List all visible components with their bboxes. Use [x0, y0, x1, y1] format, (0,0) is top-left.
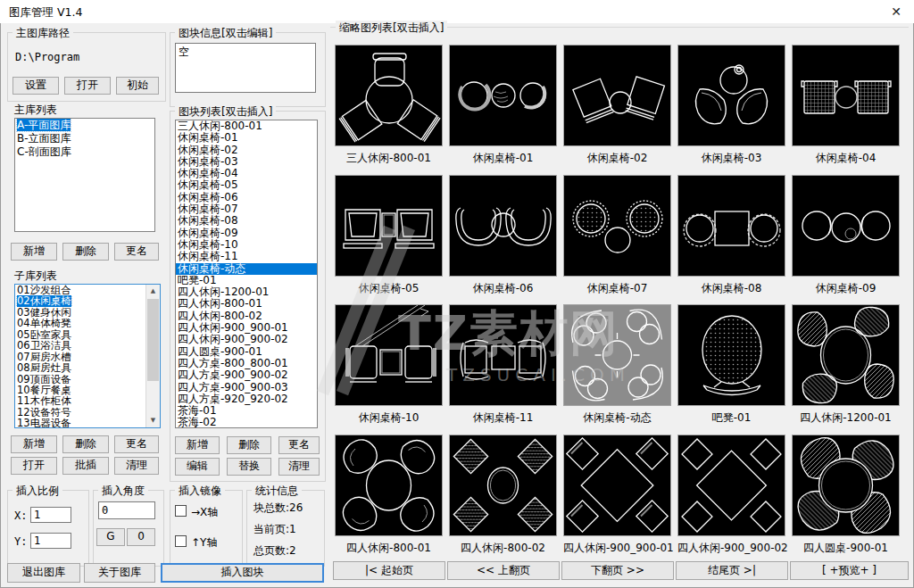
- thumbnail-cell[interactable]: 休闲桌椅-03: [677, 45, 785, 165]
- block-list-item[interactable]: 休闲桌椅-03: [176, 156, 317, 168]
- sub-clean-button[interactable]: 清理: [114, 457, 159, 475]
- insert-block-button[interactable]: 插入图块: [161, 563, 324, 583]
- scroll-up-icon[interactable]: ▲: [146, 285, 160, 298]
- block-list-item[interactable]: 四人休闲-900_900-02: [176, 334, 317, 345]
- sub-library-item[interactable]: 07厨房水槽: [15, 352, 146, 362]
- block-rename-button[interactable]: 更名: [278, 436, 320, 454]
- thumbnail-cell[interactable]: 休闲桌椅-06: [449, 175, 557, 295]
- block-list-item[interactable]: 四人圆桌-900-01: [176, 346, 317, 358]
- sub-library-item[interactable]: 03健身休闲: [15, 307, 146, 318]
- set-path-button[interactable]: 设置: [12, 77, 59, 95]
- next-page-button[interactable]: 下翻页 >>: [561, 561, 674, 580]
- sub-library-item[interactable]: 02休闲桌椅: [15, 295, 146, 306]
- sub-library-item[interactable]: 10餐厅餐桌: [15, 385, 146, 395]
- last-page-button[interactable]: 结尾页 >|: [676, 561, 788, 580]
- thumbnail-cell[interactable]: 四人休闲-800-02: [449, 435, 557, 555]
- block-list-item[interactable]: 四人休闲-1200-01: [176, 286, 317, 298]
- thumbnail-cell-selected[interactable]: 休闲桌椅-动态: [563, 304, 671, 425]
- thumbnail-cell[interactable]: 四人圆桌-900-01: [792, 435, 900, 555]
- angle-g-button[interactable]: G: [96, 528, 125, 546]
- sub-rename-button[interactable]: 更名: [114, 435, 159, 453]
- sub-library-item[interactable]: 13电器设备: [15, 418, 146, 428]
- block-list-item[interactable]: 四人休闲-800-01: [176, 298, 317, 310]
- block-list-item[interactable]: 休闲桌椅-01: [176, 132, 317, 144]
- block-clean-button[interactable]: 清理: [278, 458, 320, 476]
- block-list-item[interactable]: 休闲桌椅-06: [176, 192, 317, 203]
- thumbnail-cell[interactable]: 四人休闲-900_900-01: [563, 435, 671, 555]
- angle-input[interactable]: [98, 501, 155, 519]
- scroll-down-icon[interactable]: ▼: [146, 414, 160, 427]
- sub-library-item[interactable]: 04单体椅凳: [15, 318, 146, 328]
- thumbnail-cell[interactable]: 休闲桌椅-11: [449, 304, 557, 425]
- close-icon[interactable]: ✕: [891, 4, 902, 19]
- block-list-item[interactable]: 休闲桌椅-05: [176, 179, 317, 191]
- block-list-item[interactable]: 休闲桌椅-动态: [176, 263, 317, 275]
- sub-library-item[interactable]: 12设备符号: [15, 407, 146, 418]
- thumbnail-cell[interactable]: 休闲桌椅-07: [563, 175, 671, 295]
- sub-library-item[interactable]: 06卫浴洁具: [15, 340, 146, 351]
- exit-library-button[interactable]: 退出图库: [7, 563, 80, 583]
- init-path-button[interactable]: 初始: [116, 77, 159, 95]
- block-list-item[interactable]: 休闲桌椅-07: [176, 203, 317, 215]
- thumbnail-cell[interactable]: 休闲桌椅-04: [792, 45, 900, 165]
- thumbnail-cell[interactable]: 休闲桌椅-02: [563, 45, 671, 165]
- thumbnail-cell[interactable]: 三人休闲-800-01: [335, 45, 443, 165]
- thumbnail-cell[interactable]: 四人休闲-800-01: [335, 435, 443, 555]
- block-list-item[interactable]: 四人方桌-900_900-03: [176, 382, 317, 393]
- block-list-item[interactable]: 休闲桌椅-04: [176, 168, 317, 179]
- sub-library-item[interactable]: 01沙发组合: [15, 285, 146, 295]
- sub-library-item[interactable]: 09顶面设备: [15, 374, 146, 385]
- block-listbox[interactable]: 三人休闲-800-01休闲桌椅-01休闲桌椅-02休闲桌椅-03休闲桌椅-04休…: [175, 120, 318, 428]
- main-rename-button[interactable]: 更名: [114, 243, 159, 261]
- thumbnail-cell[interactable]: 休闲桌椅-08: [677, 175, 785, 295]
- thumbnail-cell[interactable]: 四人休闲-1200-01: [792, 304, 900, 425]
- thumbnail-cell[interactable]: 四人休闲-900_900-02: [677, 435, 785, 555]
- main-library-listbox[interactable]: A-平面图库B-立面图库C-剖面图库: [14, 118, 155, 232]
- block-info-box[interactable]: 空: [175, 43, 316, 93]
- scale-x-input[interactable]: [30, 507, 71, 523]
- sub-library-item[interactable]: 05卧室家具: [15, 329, 146, 340]
- thumbnail-cell[interactable]: 吧凳-01: [677, 304, 785, 425]
- sub-library-listbox[interactable]: ▲ ▼ 01沙发组合02休闲桌椅03健身休闲04单体椅凳05卧室家具06卫浴洁具…: [14, 284, 161, 428]
- open-path-button[interactable]: 打开: [64, 77, 111, 95]
- thumbnail-cell[interactable]: 休闲桌椅-10: [335, 304, 443, 425]
- sub-batch-insert-button[interactable]: 批插: [62, 457, 109, 475]
- block-list-item[interactable]: 四人方桌-920_920-02: [176, 393, 317, 405]
- block-add-button[interactable]: 新增: [175, 436, 220, 454]
- block-list-item[interactable]: 四人方桌-900_900-02: [176, 369, 317, 381]
- main-library-item[interactable]: B-立面图库: [15, 132, 154, 145]
- main-library-item[interactable]: C-剖面图库: [15, 145, 154, 159]
- thumbnail-cell[interactable]: 休闲桌椅-09: [792, 175, 900, 295]
- sub-list-scrollbar[interactable]: ▲ ▼: [145, 285, 160, 427]
- block-list-item[interactable]: 休闲桌椅-11: [176, 251, 317, 262]
- preview-button[interactable]: [ +预览+ ]: [790, 561, 909, 580]
- thumbnail-cell[interactable]: 休闲桌椅-01: [449, 45, 557, 165]
- block-list-item[interactable]: 休闲桌椅-09: [176, 228, 317, 239]
- block-replace-button[interactable]: 替换: [227, 458, 271, 476]
- scrollbar-thumb[interactable]: [147, 299, 159, 381]
- block-list-item[interactable]: 四人休闲-800-02: [176, 311, 317, 322]
- block-list-item[interactable]: 吧凳-01: [176, 275, 317, 286]
- main-library-item[interactable]: A-平面图库: [15, 119, 154, 132]
- sub-delete-button[interactable]: 删除: [62, 435, 109, 453]
- about-library-button[interactable]: 关于图库: [84, 563, 155, 583]
- sub-open-button[interactable]: 打开: [11, 457, 57, 475]
- block-list-item[interactable]: 茶海-02: [176, 417, 317, 428]
- block-list-item[interactable]: 三人休闲-800-01: [176, 120, 317, 132]
- main-add-button[interactable]: 新增: [11, 243, 57, 261]
- prev-page-button[interactable]: << 上翻页: [447, 561, 560, 580]
- block-list-item[interactable]: 四人休闲-900_900-01: [176, 322, 317, 334]
- sub-library-item[interactable]: 08厨房灶具: [15, 362, 146, 373]
- block-list-item[interactable]: 休闲桌椅-02: [176, 145, 317, 156]
- main-delete-button[interactable]: 删除: [62, 243, 109, 261]
- scale-y-input[interactable]: [30, 533, 71, 549]
- angle-zero-button[interactable]: 0: [127, 528, 155, 546]
- thumbnail-cell[interactable]: 休闲桌椅-05: [335, 175, 443, 295]
- mirror-x-checkbox[interactable]: [175, 505, 187, 517]
- block-edit-button[interactable]: 编辑: [175, 458, 220, 476]
- block-delete-button[interactable]: 删除: [227, 436, 271, 454]
- block-list-item[interactable]: 四人方桌-800_800-01: [176, 358, 317, 369]
- block-list-item[interactable]: 茶海-01: [176, 405, 317, 417]
- block-list-item[interactable]: 休闲桌椅-08: [176, 215, 317, 227]
- first-page-button[interactable]: |< 起始页: [333, 561, 445, 580]
